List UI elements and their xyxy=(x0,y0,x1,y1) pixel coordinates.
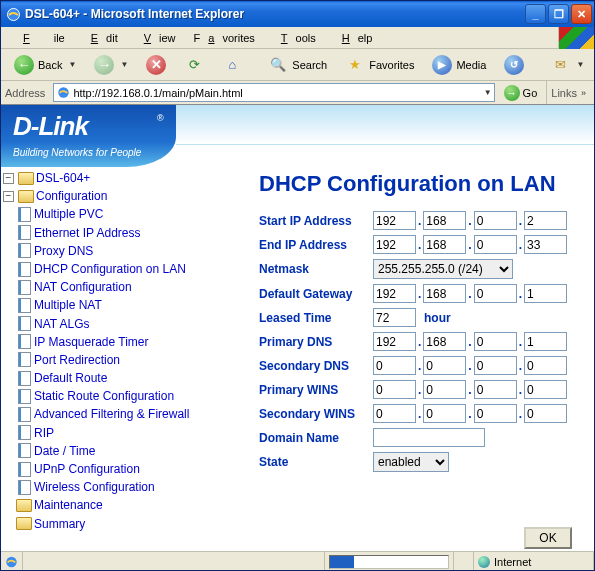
tree-item-label[interactable]: Static Route Configuration xyxy=(34,388,174,404)
pwins-1[interactable] xyxy=(373,380,416,399)
tree-item[interactable]: Ethernet IP Address xyxy=(3,224,255,242)
tree-item-label[interactable]: DHCP Configuration on LAN xyxy=(34,261,186,277)
tree-item[interactable]: Advanced Filtering & Firewall xyxy=(3,405,255,423)
tree-item[interactable]: Multiple PVC xyxy=(3,205,255,223)
tree-item[interactable]: NAT ALGs xyxy=(3,315,255,333)
tree-item-label[interactable]: UPnP Configuration xyxy=(34,461,140,477)
tree-summary-label[interactable]: Summary xyxy=(34,516,85,532)
end-ip-1[interactable] xyxy=(373,235,416,254)
start-ip-2[interactable] xyxy=(423,211,466,230)
tree-item[interactable]: Port Redirection xyxy=(3,351,255,369)
tree-item[interactable]: IP Masquerade Timer xyxy=(3,333,255,351)
tree-item-label[interactable]: Proxy DNS xyxy=(34,243,93,259)
pdns-4[interactable] xyxy=(524,332,567,351)
menu-help[interactable]: Help xyxy=(326,30,381,46)
tree-item[interactable]: Default Route xyxy=(3,369,255,387)
tree-maintenance[interactable]: Maintenance xyxy=(3,496,255,514)
swins-4[interactable] xyxy=(524,404,567,423)
end-ip-2[interactable] xyxy=(423,235,466,254)
menu-edit[interactable]: Edit xyxy=(75,30,126,46)
collapse-icon[interactable]: − xyxy=(3,191,14,202)
end-ip-3[interactable] xyxy=(474,235,517,254)
tree-item-label[interactable]: NAT ALGs xyxy=(34,316,90,332)
search-button[interactable]: 🔍 Search xyxy=(261,52,334,78)
tree-item[interactable]: NAT Configuration xyxy=(3,278,255,296)
back-button[interactable]: ← Back ▼ xyxy=(7,52,83,78)
tree-configuration[interactable]: − Configuration xyxy=(3,187,255,205)
tree-item[interactable]: Static Route Configuration xyxy=(3,387,255,405)
pdns-3[interactable] xyxy=(474,332,517,351)
tree-root-label[interactable]: DSL-604+ xyxy=(36,170,90,186)
tree-item[interactable]: UPnP Configuration xyxy=(3,460,255,478)
ok-button[interactable]: OK xyxy=(524,527,572,549)
menu-file[interactable]: File xyxy=(7,30,73,46)
leased-time-input[interactable] xyxy=(373,308,416,327)
tree-item[interactable]: Wireless Configuration xyxy=(3,478,255,496)
tree-summary[interactable]: Summary xyxy=(3,515,255,533)
menu-favorites[interactable]: Favorites xyxy=(186,30,263,46)
start-ip-4[interactable] xyxy=(524,211,567,230)
netmask-select[interactable]: 255.255.255.0 (/24) xyxy=(373,259,513,279)
home-button[interactable]: ⌂ xyxy=(215,52,249,78)
refresh-button[interactable]: ⟳ xyxy=(177,52,211,78)
tree-item[interactable]: Proxy DNS xyxy=(3,242,255,260)
swins-3[interactable] xyxy=(474,404,517,423)
tree-item-label[interactable]: RIP xyxy=(34,425,54,441)
tree-root[interactable]: − DSL-604+ xyxy=(3,169,255,187)
stop-button[interactable]: ✕ xyxy=(139,52,173,78)
address-input[interactable]: http://192.168.0.1/main/pMain.html ▼ xyxy=(53,83,494,102)
tree-item-label[interactable]: Multiple NAT xyxy=(34,297,102,313)
mail-button[interactable]: ✉▼ xyxy=(543,52,591,78)
swins-2[interactable] xyxy=(423,404,466,423)
pdns-1[interactable] xyxy=(373,332,416,351)
maximize-button[interactable]: ❐ xyxy=(548,4,569,24)
links-button[interactable]: Links » xyxy=(546,81,590,104)
tree-item-label[interactable]: Advanced Filtering & Firewall xyxy=(34,406,189,422)
gateway-1[interactable] xyxy=(373,284,416,303)
minimize-button[interactable]: _ xyxy=(525,4,546,24)
pwins-3[interactable] xyxy=(474,380,517,399)
tree-item-label[interactable]: Port Redirection xyxy=(34,352,120,368)
sdns-1[interactable] xyxy=(373,356,416,375)
end-ip-4[interactable] xyxy=(524,235,567,254)
tree-item[interactable]: Multiple NAT xyxy=(3,296,255,314)
gateway-3[interactable] xyxy=(474,284,517,303)
tree-maintenance-label[interactable]: Maintenance xyxy=(34,497,103,513)
go-button[interactable]: → Go xyxy=(499,84,543,102)
menu-tools[interactable]: Tools xyxy=(265,30,324,46)
pwins-4[interactable] xyxy=(524,380,567,399)
tree-item-label[interactable]: IP Masquerade Timer xyxy=(34,334,149,350)
menu-view[interactable]: View xyxy=(128,30,184,46)
state-select[interactable]: enabled xyxy=(373,452,449,472)
forward-button[interactable]: → ▼ xyxy=(87,52,135,78)
gateway-2[interactable] xyxy=(423,284,466,303)
tree-item-label[interactable]: Ethernet IP Address xyxy=(34,225,141,241)
tree-config-label[interactable]: Configuration xyxy=(36,188,107,204)
tree-item[interactable]: RIP xyxy=(3,424,255,442)
tree-item-label[interactable]: Wireless Configuration xyxy=(34,479,155,495)
tree-item-label[interactable]: Default Route xyxy=(34,370,107,386)
pdns-2[interactable] xyxy=(423,332,466,351)
gateway-4[interactable] xyxy=(524,284,567,303)
domain-name-input[interactable] xyxy=(373,428,485,447)
media-button[interactable]: ▶ Media xyxy=(425,52,493,78)
tree-item-label[interactable]: Multiple PVC xyxy=(34,206,103,222)
start-ip-1[interactable] xyxy=(373,211,416,230)
chevron-down-icon[interactable]: ▼ xyxy=(574,60,584,69)
tree-item[interactable]: Date / Time xyxy=(3,442,255,460)
sdns-2[interactable] xyxy=(423,356,466,375)
sdns-3[interactable] xyxy=(474,356,517,375)
start-ip-3[interactable] xyxy=(474,211,517,230)
tree-item-label[interactable]: NAT Configuration xyxy=(34,279,132,295)
sdns-4[interactable] xyxy=(524,356,567,375)
tree-item-label[interactable]: Date / Time xyxy=(34,443,95,459)
chevron-down-icon[interactable]: ▼ xyxy=(118,60,128,69)
favorites-button[interactable]: ★ Favorites xyxy=(338,52,421,78)
chevron-down-icon[interactable]: ▼ xyxy=(66,60,76,69)
swins-1[interactable] xyxy=(373,404,416,423)
collapse-icon[interactable]: − xyxy=(3,173,14,184)
pwins-2[interactable] xyxy=(423,380,466,399)
tree-item[interactable]: DHCP Configuration on LAN xyxy=(3,260,255,278)
chevron-down-icon[interactable]: ▼ xyxy=(482,88,492,97)
close-button[interactable]: ✕ xyxy=(571,4,592,24)
